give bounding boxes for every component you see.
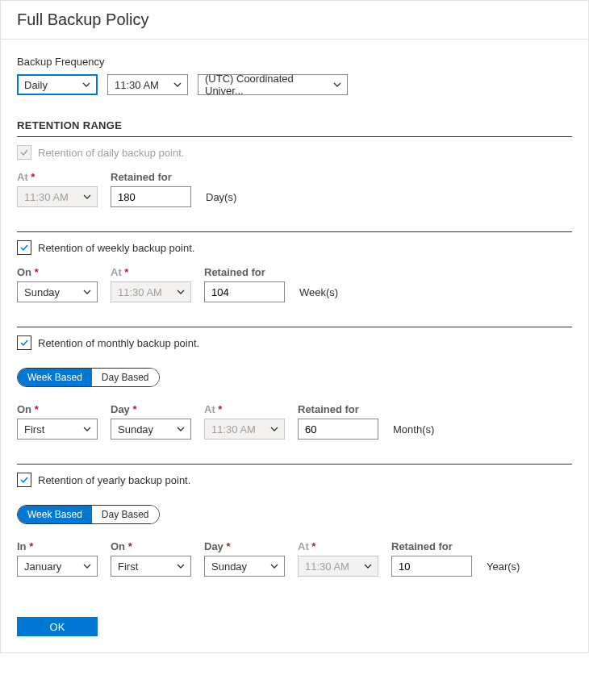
monthly-retention-section: Retention of monthly backup point. Week …: [17, 327, 572, 440]
yearly-on-value: First: [118, 560, 138, 573]
monthly-week-based-pill[interactable]: Week Based: [18, 369, 92, 386]
chevron-down-icon: [82, 561, 92, 571]
page-title: Full Backup Policy: [17, 10, 572, 29]
daily-at-value: 11:30 AM: [24, 191, 69, 203]
yearly-retained-input[interactable]: [391, 556, 472, 577]
daily-retention-label: Retention of daily backup point.: [38, 147, 184, 159]
yearly-on-select[interactable]: First: [111, 556, 191, 577]
chevron-down-icon: [176, 287, 186, 297]
monthly-day-based-pill[interactable]: Day Based: [92, 369, 159, 386]
yearly-day-based-pill[interactable]: Day Based: [92, 506, 159, 523]
panel-body: Backup Frequency Daily 11:30 AM (UTC) Co…: [1, 40, 588, 601]
yearly-in-select[interactable]: January: [17, 556, 98, 577]
daily-retained-input[interactable]: [111, 186, 191, 207]
weekly-on-select[interactable]: Sunday: [17, 281, 98, 302]
chevron-down-icon: [81, 80, 91, 90]
monthly-retention-checkbox[interactable]: [17, 335, 31, 350]
backup-frequency-label: Backup Frequency: [17, 56, 572, 68]
monthly-day-label: Day *: [111, 403, 191, 415]
yearly-day-select[interactable]: Sunday: [204, 556, 285, 577]
yearly-retention-checkbox[interactable]: [17, 473, 31, 487]
frequency-time-value: 11:30 AM: [115, 79, 159, 91]
frequency-mode-value: Daily: [24, 79, 48, 91]
weekly-retention-section: Retention of weekly backup point. On * S…: [17, 232, 572, 302]
daily-retained-label: Retained for: [111, 171, 191, 183]
yearly-on-label: On *: [111, 540, 191, 552]
panel-header: Full Backup Policy: [1, 1, 588, 40]
yearly-basis-toggle: Week Based Day Based: [17, 505, 160, 524]
weekly-at-value: 11:30 AM: [118, 286, 162, 298]
chevron-down-icon: [176, 424, 186, 434]
frequency-mode-select[interactable]: Daily: [17, 74, 98, 95]
yearly-at-value: 11:30 AM: [305, 560, 349, 573]
monthly-at-label: At *: [204, 403, 285, 415]
yearly-day-label: Day *: [204, 540, 285, 552]
policy-panel: Full Backup Policy Backup Frequency Dail…: [0, 0, 589, 653]
monthly-on-value: First: [24, 423, 44, 435]
monthly-unit: Month(s): [393, 423, 434, 440]
monthly-retained-label: Retained for: [298, 403, 378, 415]
chevron-down-icon: [82, 287, 92, 297]
yearly-retention-label: Retention of yearly backup point.: [38, 474, 190, 486]
weekly-at-select: 11:30 AM: [111, 281, 191, 302]
weekly-on-label: On *: [17, 266, 98, 278]
chevron-down-icon: [363, 561, 373, 571]
yearly-unit: Year(s): [487, 560, 520, 577]
weekly-on-value: Sunday: [24, 286, 60, 298]
monthly-on-select[interactable]: First: [17, 419, 98, 440]
daily-at-select: 11:30 AM: [17, 186, 98, 207]
frequency-time-select[interactable]: 11:30 AM: [107, 74, 188, 95]
yearly-week-based-pill[interactable]: Week Based: [18, 506, 92, 523]
yearly-day-value: Sunday: [211, 560, 247, 573]
frequency-timezone-value: (UTC) Coordinated Univer...: [205, 73, 328, 97]
chevron-down-icon: [332, 80, 342, 90]
yearly-at-select: 11:30 AM: [298, 556, 378, 577]
daily-at-label: At *: [17, 171, 98, 183]
retention-range-heading: RETENTION RANGE: [17, 119, 572, 131]
yearly-retained-label: Retained for: [391, 540, 472, 552]
weekly-retention-label: Retention of weekly backup point.: [38, 242, 194, 254]
weekly-retained-input[interactable]: [204, 281, 285, 302]
weekly-unit: Week(s): [299, 286, 338, 302]
monthly-at-select: 11:30 AM: [204, 419, 285, 440]
daily-unit: Day(s): [206, 191, 236, 207]
weekly-retention-checkbox[interactable]: [17, 240, 31, 255]
yearly-retention-section: Retention of yearly backup point. Week B…: [17, 465, 572, 577]
yearly-in-value: January: [24, 560, 61, 573]
weekly-at-label: At *: [111, 266, 191, 278]
monthly-day-value: Sunday: [118, 423, 153, 435]
chevron-down-icon: [82, 424, 92, 434]
monthly-at-value: 11:30 AM: [211, 423, 256, 435]
monthly-day-select[interactable]: Sunday: [111, 419, 191, 440]
monthly-on-label: On *: [17, 403, 98, 415]
daily-retention-checkbox: [17, 145, 31, 160]
chevron-down-icon: [82, 192, 92, 202]
monthly-basis-toggle: Week Based Day Based: [17, 368, 160, 387]
chevron-down-icon: [173, 80, 182, 90]
chevron-down-icon: [269, 561, 279, 571]
chevron-down-icon: [176, 561, 186, 571]
daily-retention-section: Retention of daily backup point. At * 11…: [17, 137, 572, 207]
weekly-retained-label: Retained for: [204, 266, 285, 278]
yearly-at-label: At *: [298, 540, 378, 552]
ok-button[interactable]: OK: [17, 617, 98, 636]
monthly-retained-input[interactable]: [298, 419, 378, 440]
yearly-in-label: In *: [17, 540, 98, 552]
chevron-down-icon: [269, 424, 279, 434]
monthly-retention-label: Retention of monthly backup point.: [38, 337, 199, 349]
frequency-timezone-select[interactable]: (UTC) Coordinated Univer...: [198, 74, 348, 95]
